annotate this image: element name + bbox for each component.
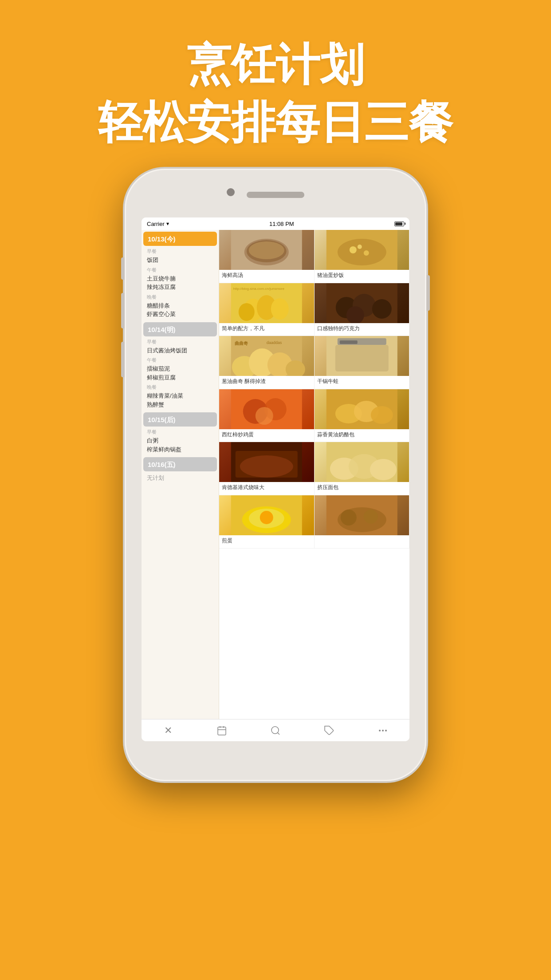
meal-item: 饭团 [147, 256, 214, 265]
recipe-cell[interactable] [315, 495, 410, 549]
recipe-cell[interactable]: 猪油蛋炒饭 [315, 230, 410, 283]
svg-point-38 [370, 406, 393, 424]
phone-screen: Carrier ▾ 11:08 PM 10/13(今) 早 [142, 217, 409, 741]
svg-point-13 [239, 303, 255, 321]
meal-item: 鲜椒煎豆腐 [147, 373, 214, 382]
recipe-title: 蒜香黄油奶酪包 [315, 429, 409, 442]
meal-type-breakfast-tomorrow: 早餐 [147, 339, 214, 345]
date-header-today[interactable]: 10/13(今) [143, 232, 217, 246]
meal-item: 糊辣青菜/油菜 [147, 391, 214, 400]
recipe-cell[interactable]: 蒜香黄油奶酪包 [315, 389, 410, 443]
recipe-title: 葱油曲奇 酥得掉渣 [219, 376, 314, 389]
recipe-title [315, 535, 409, 541]
no-plan-label: 无计划 [142, 472, 219, 484]
hero-section: 烹饪计划 轻松安排每日三餐 [98, 0, 453, 151]
recipe-title: 挤压面包 [315, 482, 409, 495]
status-right [394, 221, 404, 226]
meal-item: 辣炖冻豆腐 [147, 283, 214, 292]
status-time: 11:08 PM [269, 221, 294, 227]
recipe-title: 海鲜高汤 [219, 270, 314, 283]
meal-item: 榨菜鲜肉锅盔 [147, 445, 214, 454]
phone-mockup: Carrier ▾ 11:08 PM 10/13(今) 早 [125, 169, 426, 781]
recipe-title: 猪油蛋炒饭 [315, 270, 409, 283]
recipe-title: 西红柿炒鸡蛋 [219, 429, 314, 442]
date-header-dayafter[interactable]: 10/15(后) [143, 412, 217, 427]
recipe-grid: 海鲜高汤 猪油蛋炒饭 [219, 230, 409, 549]
recipe-cell[interactable]: http://blog.sina.com.cn/junsmore 简单的配方，不… [219, 283, 315, 336]
recipe-image-seafood-soup [219, 230, 314, 270]
recipe-cell[interactable]: 干锅牛蛙 [315, 336, 410, 389]
meal-type-breakfast-today: 早餐 [147, 248, 214, 255]
svg-rect-30 [339, 340, 357, 344]
svg-text:http://blog.sina.com.cn/junsmo: http://blog.sina.com.cn/junsmore [233, 287, 285, 291]
hero-title: 烹饪计划 轻松安排每日三餐 [98, 36, 453, 151]
recipe-cell[interactable]: 口感独特的巧克力 [315, 283, 410, 336]
svg-point-63 [385, 730, 387, 731]
meal-type-dinner-tomorrow: 晚餐 [147, 384, 214, 391]
meal-plan-sidebar[interactable]: 10/13(今) 早餐 饭团 午餐 土豆烧牛腩 辣炖冻豆腐 晚餐 糖醋排条 虾酱… [142, 230, 219, 719]
svg-point-45 [370, 459, 396, 480]
meal-type-lunch-today: 午餐 [147, 267, 214, 273]
recipe-cell[interactable]: 曲曲奇 daaddas 葱油曲奇 酥得掉渣 [219, 336, 315, 389]
recipe-title: 口感独特的巧克力 [315, 323, 409, 336]
date-item-tomorrow: 10/14(明) 早餐 日式酱油烤饭团 午餐 擂椒茄泥 鲜椒煎豆腐 晚餐 糊辣青… [142, 322, 219, 411]
recipe-cell[interactable]: 挤压面包 [315, 442, 410, 495]
meal-item: 虾酱空心菜 [147, 310, 214, 319]
meal-type-dinner-today: 晚餐 [147, 294, 214, 300]
svg-text:daaddas: daaddas [267, 340, 282, 345]
recipe-title: 干锅牛蛙 [315, 376, 409, 389]
close-button[interactable]: ✕ [159, 722, 177, 739]
meal-type-breakfast-dayafter: 早餐 [147, 429, 214, 435]
date-header-friday[interactable]: 10/16(五) [143, 457, 217, 471]
meal-item: 土豆烧牛腩 [147, 274, 214, 283]
recipe-cell[interactable]: 煎蛋 [219, 495, 315, 549]
meal-type-lunch-tomorrow: 午餐 [147, 357, 214, 364]
recipe-image-scallion-cookies: 曲曲奇 daaddas [219, 336, 314, 376]
date-item-dayafter: 10/15(后) 早餐 白粥 榨菜鲜肉锅盔 [142, 412, 219, 455]
svg-point-52 [340, 510, 356, 526]
battery-icon [394, 221, 404, 226]
meal-section-dayafter: 早餐 白粥 榨菜鲜肉锅盔 [142, 429, 219, 455]
svg-point-7 [363, 250, 369, 256]
recipe-image-fried-egg [219, 495, 314, 535]
svg-point-8 [357, 245, 362, 249]
search-button[interactable] [267, 722, 284, 739]
bottom-toolbar: ✕ [142, 719, 409, 741]
calendar-button[interactable] [213, 722, 231, 739]
phone-mute-button [121, 257, 125, 280]
recipe-image-tomato-eggs [219, 389, 314, 429]
recipe-title: 煎蛋 [219, 535, 314, 548]
recipe-image-squeeze-bread [315, 442, 409, 482]
date-item-today: 10/13(今) 早餐 饭团 午餐 土豆烧牛腩 辣炖冻豆腐 晚餐 糖醋排条 虾酱… [142, 232, 219, 320]
svg-rect-28 [335, 345, 388, 371]
phone-power-button [426, 275, 430, 311]
recipe-cell[interactable]: 肯德基港式烧味大 [219, 442, 315, 495]
recipe-image-last [315, 495, 409, 535]
carrier-label: Carrier ▾ [147, 221, 169, 227]
svg-point-61 [379, 730, 381, 731]
more-button[interactable] [374, 722, 392, 739]
phone-volume-up-button [121, 293, 125, 328]
recipe-image-yellow-cookies: http://blog.sina.com.cn/junsmore [219, 283, 314, 323]
svg-point-62 [382, 730, 384, 731]
svg-point-3 [249, 241, 284, 259]
recipe-cell[interactable]: 海鲜高汤 [219, 230, 315, 283]
content-area: 10/13(今) 早餐 饭团 午餐 土豆烧牛腩 辣炖冻豆腐 晚餐 糖醋排条 虾酱… [142, 230, 409, 719]
tag-button[interactable] [320, 722, 338, 739]
phone-volume-down-button [121, 342, 125, 377]
phone-camera [227, 188, 235, 196]
meal-item: 熟醉蟹 [147, 400, 214, 409]
recipe-grid-panel[interactable]: 海鲜高汤 猪油蛋炒饭 [219, 230, 409, 719]
date-header-tomorrow[interactable]: 10/14(明) [143, 322, 217, 336]
recipe-image-fried-rice [315, 230, 409, 270]
meal-item: 擂椒茄泥 [147, 364, 214, 373]
meal-item: 日式酱油烤饭团 [147, 346, 214, 355]
status-bar: Carrier ▾ 11:08 PM [142, 217, 409, 230]
phone-speaker [247, 192, 304, 198]
recipe-title: 简单的配方，不凡 [219, 323, 314, 336]
svg-point-58 [272, 727, 279, 734]
meal-item: 糖醋排条 [147, 301, 214, 310]
recipe-image-dry-pot-frog [315, 336, 409, 376]
svg-text:曲曲奇: 曲曲奇 [235, 341, 248, 346]
recipe-cell[interactable]: 西红柿炒鸡蛋 [219, 389, 315, 443]
